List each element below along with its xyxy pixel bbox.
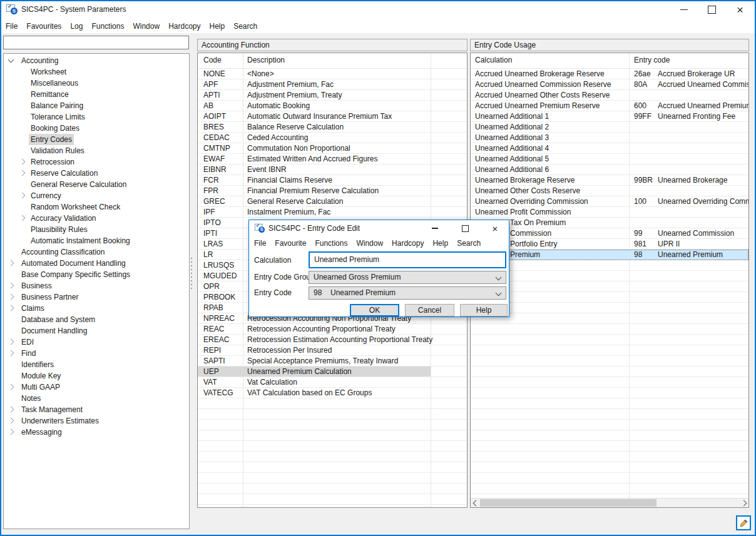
entry-code-usage-row[interactable]: Unearned Additional 2 (471, 122, 748, 133)
dialog-menu-item-hardcopy[interactable]: Hardcopy (387, 236, 428, 250)
tree-item[interactable]: Base Company Specific Settings (4, 269, 189, 280)
entry-code-select[interactable]: 98 Unearned Premium (309, 286, 506, 300)
tree-item[interactable]: Booking Dates (4, 123, 189, 134)
menu-item-file[interactable]: File (1, 19, 22, 33)
column-header-entry-code[interactable]: Entry code (634, 53, 670, 68)
tree-item[interactable]: Claims (4, 303, 189, 314)
menu-item-help[interactable]: Help (205, 19, 229, 33)
menu-item-hardcopy[interactable]: Hardcopy (164, 19, 205, 33)
tree-item[interactable]: EDI (4, 336, 189, 348)
chevron-right-icon[interactable] (8, 339, 14, 345)
chevron-right-icon[interactable] (19, 159, 26, 165)
accounting-function-row[interactable]: REPIRetrocession Per Insured (198, 345, 467, 356)
entry-code-usage-row[interactable]: Unearned Commission99Unearned Commission (471, 228, 748, 239)
accounting-function-row[interactable]: APTIAdjustment Premium, Treaty (198, 90, 467, 101)
entry-code-usage-row[interactable]: Accrued Unearned Commission Reserve80AAc… (471, 79, 748, 90)
entry-code-usage-row[interactable]: Accrued Unearned Premium Reserve600Accru… (471, 101, 748, 111)
accounting-function-row[interactable]: CMTNPCommutation Non Proportional (198, 143, 467, 154)
help-button[interactable]: Help (460, 304, 508, 316)
accounting-function-row[interactable]: EIBNREvent IBNR (198, 164, 467, 175)
entry-code-usage-row[interactable]: Unearned Additional 4 (471, 143, 748, 154)
chevron-right-icon[interactable] (8, 350, 14, 356)
entry-code-usage-row[interactable]: Accrued Unearned Brokerage Reserve26aeAc… (471, 69, 748, 79)
ok-button[interactable]: OK (350, 304, 399, 316)
menu-item-log[interactable]: Log (66, 19, 87, 33)
cancel-button[interactable]: Cancel (405, 304, 454, 316)
entry-code-usage-row[interactable]: Unearned Tax On Premium (471, 218, 748, 228)
tree-item[interactable]: Accounting Classification (4, 246, 189, 258)
calculation-input[interactable]: Unearned Premium (309, 251, 506, 268)
chevron-right-icon[interactable] (8, 429, 14, 435)
tree-item[interactable]: Automated Document Handling (4, 258, 189, 269)
dialog-menu-item-search[interactable]: Search (452, 236, 485, 250)
close-button[interactable]: × (726, 0, 754, 19)
column-header-code[interactable]: Code (203, 53, 222, 68)
dialog-close-button[interactable]: × (485, 220, 505, 236)
minimize-button[interactable] (670, 0, 698, 19)
entry-code-group-select[interactable]: Unearned Gross Premium (309, 271, 506, 284)
accounting-function-row[interactable]: ABAutomatic Booking (198, 101, 467, 111)
tree-item[interactable]: Database and System (4, 314, 189, 325)
chevron-right-icon[interactable] (8, 283, 14, 289)
edit-mode-button[interactable] (736, 515, 751, 530)
chevron-right-icon[interactable] (8, 305, 14, 311)
tree-item[interactable]: Document Handling (4, 325, 189, 336)
chevron-right-icon[interactable] (8, 418, 14, 424)
tree-item[interactable]: Entry Codes (4, 134, 189, 145)
horizontal-scrollbar[interactable] (471, 498, 748, 507)
tree-item[interactable]: Currency (4, 190, 189, 201)
entry-code-usage-row[interactable]: Unearned Additional 5 (471, 154, 748, 164)
tree-item[interactable]: Plausibility Rules (4, 224, 189, 235)
accounting-function-row[interactable]: REACRetrocession Accounting Proportional… (198, 324, 467, 335)
tree-item[interactable]: Tolerance Limits (4, 111, 189, 123)
tree-item[interactable]: Notes (4, 393, 189, 404)
dialog-menu-item-favourite[interactable]: Favourite (270, 236, 310, 250)
entry-code-usage-row[interactable]: Unearned Additional 3 (471, 133, 748, 143)
tree-item[interactable]: Accuracy Validation (4, 213, 189, 224)
search-input[interactable] (3, 36, 189, 49)
chevron-right-icon[interactable] (19, 193, 26, 199)
tree-item[interactable]: Find (4, 348, 189, 359)
menu-item-favourites[interactable]: Favourites (22, 19, 66, 33)
maximize-button[interactable] (698, 0, 726, 19)
chevron-right-icon[interactable] (8, 260, 14, 266)
accounting-function-row[interactable]: CEDACCeded Accounting (198, 133, 467, 143)
column-header-description[interactable]: Description (247, 53, 285, 68)
entry-code-usage-row[interactable]: Unearned Portfolio Entry981UPR II (471, 239, 748, 250)
dialog-menu-item-window[interactable]: Window (352, 236, 387, 250)
tree-item[interactable]: Accounting (4, 55, 189, 66)
tree-item[interactable]: Automatic Instalment Booking (4, 235, 189, 246)
scroll-right-arrow-icon[interactable] (740, 498, 748, 507)
tree-item[interactable]: Business Partner (4, 291, 189, 303)
dialog-minimize-button[interactable] (425, 220, 445, 236)
tree-item[interactable]: Random Worksheet Check (4, 201, 189, 213)
tree-item[interactable]: Worksheet (4, 66, 189, 78)
accounting-function-row[interactable]: IPFInstalment Premium, Fac (198, 207, 467, 218)
accounting-function-row[interactable]: VATECGVAT Calculation based on EC Groups (198, 388, 467, 398)
chevron-right-icon[interactable] (8, 407, 14, 413)
accounting-function-row[interactable]: EWAFEstimated Written And Accrued Figure… (198, 154, 467, 164)
accounting-function-row[interactable]: FCRFinancial Claims Reserve (198, 175, 467, 186)
accounting-function-row[interactable]: APFAdjustment Premium, Fac (198, 79, 467, 90)
tree-item[interactable]: Balance Pairing (4, 100, 189, 111)
scrollbar-thumb[interactable] (480, 499, 656, 507)
tree-item[interactable]: Module Key (4, 370, 189, 382)
accounting-function-row[interactable]: FPRFinancial Premium Reserve Calculation (198, 186, 467, 196)
dialog-menu-item-functions[interactable]: Functions (310, 236, 352, 250)
entry-code-usage-row[interactable]: Unearned Profit Commission (471, 207, 748, 218)
dialog-menu-item-file[interactable]: File (250, 236, 270, 250)
accounting-function-row[interactable]: UEPUnearned Premium Calculation (198, 367, 467, 377)
tree-item[interactable]: Identifiers (4, 359, 189, 370)
tree-item[interactable]: Reserve Calculation (4, 168, 189, 179)
accounting-function-row[interactable]: SAPTISpecial Acceptance Premiums, Treaty… (198, 356, 467, 367)
tree-item[interactable]: Miscellaneous (4, 78, 189, 89)
dialog-maximize-button[interactable] (455, 220, 475, 236)
tree-item[interactable]: Retrocession (4, 156, 189, 168)
tree-item[interactable]: Task Management (4, 404, 189, 415)
chevron-right-icon[interactable] (19, 215, 26, 221)
entry-code-usage-row[interactable]: Unearned Additional 6 (471, 164, 748, 175)
tree-item[interactable]: General Reserve Calculation (4, 179, 189, 190)
accounting-function-row[interactable]: AOIPTAutomatic Outward Insurance Premium… (198, 111, 467, 122)
tree-item[interactable]: eMessaging (4, 427, 189, 438)
entry-code-usage-row[interactable]: Unearned Premium98Unearned Premium (471, 250, 748, 260)
